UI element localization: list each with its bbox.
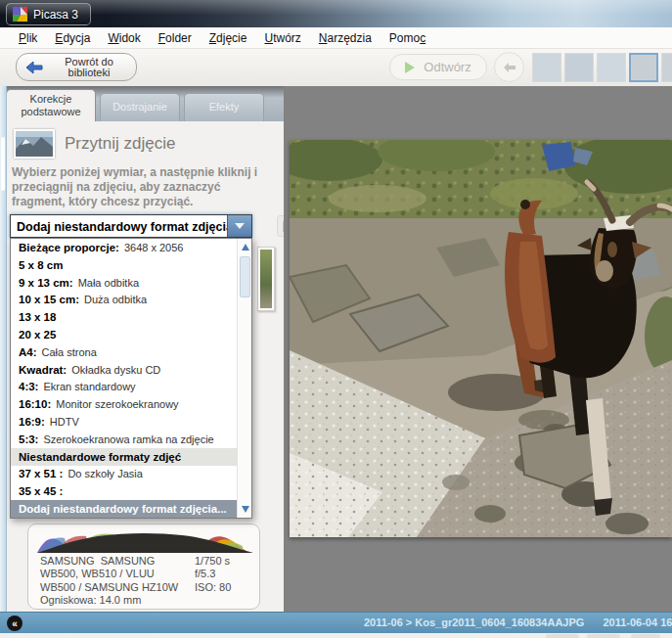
status-path: 2011-06 > Kos_gr2011_0604_160834AAJPG [364,616,584,628]
main-area: Korekcje podstawowe Dostrajanie Efekty P… [0,86,672,612]
edit-panel: Korekcje podstawowe Dostrajanie Efekty P… [0,86,284,612]
dropdown-option[interactable]: Niestandardowe formaty zdjęć [11,448,251,466]
hidden-button-edge [587,634,620,638]
crop-format-combobox[interactable]: Dodaj niestandardowy format zdjęcia... [10,214,252,238]
combobox-dropdown-button[interactable] [227,215,251,237]
menu-item[interactable]: Utwórz [255,31,309,45]
status-bar: « 2011-06 > Kos_gr2011_0604_160834AAJPG … [0,612,672,633]
status-text: 2011-06 > Kos_gr2011_0604_160834AAJPG 20… [364,616,672,628]
filmstrip-thumbnail[interactable] [661,53,672,82]
picasa-logo-icon [13,7,27,22]
menu-item[interactable]: Zdjęcie [201,31,256,45]
back-to-library-button[interactable]: Powrót do biblioteki [16,53,137,81]
scroll-up-icon[interactable] [238,240,252,254]
crop-panel: Przytnij zdjęcie Wybierz poniżej wymiar,… [0,121,284,612]
dropdown-option[interactable]: 9 x 13 cm:Mała odbitka [11,274,251,292]
menu-item[interactable]: Pomoc [381,31,434,45]
play-icon [405,62,415,73]
hidden-button-edge [546,634,579,638]
hidden-button-edge [631,634,660,638]
dropdown-option[interactable]: A4:Cała strona [11,343,251,361]
dropdown-option[interactable]: Kwadrat:Okładka dysku CD [11,361,251,379]
collapse-button[interactable]: « [7,615,22,631]
crop-instructions: Wybierz poniżej wymiar, a następnie klik… [12,165,272,209]
exif-row: Ogniskowa: 14.0 mm [40,594,253,607]
previous-photo-button[interactable] [494,52,524,82]
exif-row: WB500, WB510 / VLUUf/5.3 [40,568,253,580]
tab-basic-fixes[interactable]: Korekcje podstawowe [6,89,96,121]
exif-rows: SAMSUNG SAMSUNG1/750 s WB500, WB510 / VL… [40,555,253,610]
back-button-label: Powrót do biblioteki [50,57,128,78]
menu-item[interactable]: Narzędzia [310,31,381,45]
exif-row: (odpowiednik 35 mm: 80 [40,608,253,610]
dropdown-option[interactable]: 37 x 51 :Do szkoły Jasia [11,466,251,483]
scroll-down-icon[interactable] [238,502,252,517]
dropdown-option[interactable]: Bieżące proporcje:3648 x 2056 [11,239,251,256]
exif-row: WB500 / SAMSUNG HZ10WISO: 80 [40,581,253,594]
chevron-down-icon [235,223,245,229]
scrollbar-thumb[interactable] [240,256,250,297]
photo-goat[interactable] [290,140,672,537]
panel-title: Przytnij zdjęcie [65,134,175,154]
dropdown-option[interactable]: 35 x 45 : [11,482,251,500]
exif-panel: SAMSUNG SAMSUNG1/750 s WB500, WB510 / VL… [27,524,260,610]
menu-item[interactable]: Folder [150,31,201,45]
filmstrip-thumbnail[interactable] [564,53,594,82]
crop-format-dropdown-list: Bieżące proporcje:3648 x 2056 5 x 8 cm 9… [10,238,252,519]
crop-preview-thumbnail[interactable] [257,247,275,311]
filmstrip-thumbnail[interactable] [597,53,626,82]
window-title: Picasa 3 [33,8,78,22]
panel-scrollbar[interactable] [0,86,7,612]
dropdown-option[interactable]: 5:3:Szerokoekranowa ramka na zdjęcie [11,431,251,448]
dropdown-scrollbar[interactable] [237,239,251,518]
exif-row: SAMSUNG SAMSUNG1/750 s [40,555,253,568]
combobox-value: Dodaj niestandardowy format zdjęcia... [11,215,227,237]
left-arrow-icon [502,62,517,73]
play-button[interactable]: Odtwórz [389,54,487,80]
dropdown-option[interactable]: 13 x 18 [11,308,251,326]
menu-bar: PlikEdycjaWidokFolderZdjęcieUtwórzNarzęd… [0,27,672,49]
filmstrip-thumbnail[interactable] [532,53,561,82]
status-datetime: 2011-06-04 16:08:34 [603,616,672,628]
bottom-toolbar-edge [0,633,672,638]
dropdown-option[interactable]: 5 x 8 cm [11,256,251,274]
tab-strip: Korekcje podstawowe Dostrajanie Efekty [0,86,284,121]
back-arrow-icon [24,61,44,74]
histogram [35,526,254,554]
dropdown-option[interactable]: 10 x 15 cm:Duża odbitka [11,291,251,308]
filmstrip [532,53,672,82]
menu-item[interactable]: Plik [10,31,46,45]
title-bar: Picasa 3 [0,0,672,27]
app-title-tab: Picasa 3 [6,3,91,25]
dropdown-option[interactable]: 20 x 25 [11,326,251,343]
dropdown-option[interactable]: 16:9:HDTV [11,413,251,431]
dropdown-option[interactable]: 16:10:Monitor szerokoekranowy [11,395,251,413]
tab-tuning[interactable]: Dostrajanie [100,93,180,121]
menu-item[interactable]: Edycja [46,31,99,45]
play-button-label: Odtwórz [424,60,470,74]
dropdown-option[interactable]: Dodaj niestandardowy format zdjęcia... [11,500,251,518]
filmstrip-thumbnail[interactable] [629,53,658,82]
crop-tool-icon [14,129,55,159]
panel-scrollbar-thumb[interactable] [1,137,5,191]
dropdown-option[interactable]: 4:3:Ekran standardowy [11,379,251,396]
picasa-window: Picasa 3 PlikEdycjaWidokFolderZdjęcieUtw… [0,0,672,638]
menu-item[interactable]: Widok [99,31,149,45]
photo-workspace [284,86,672,612]
edit-toolbar: Powrót do biblioteki Odtwórz [0,49,672,86]
tab-effects[interactable]: Efekty [184,93,264,121]
